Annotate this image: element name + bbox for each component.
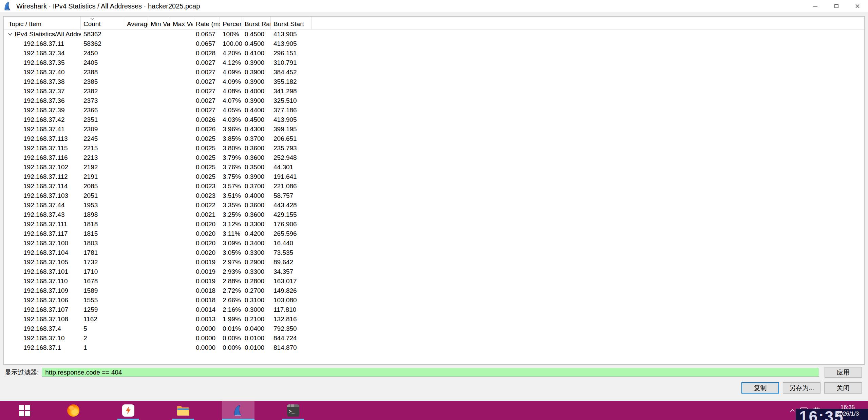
burst-rate-cell: 0.3600 bbox=[242, 211, 271, 218]
rate-cell: 0.0027 bbox=[193, 97, 220, 104]
count-cell: 1162 bbox=[81, 316, 124, 323]
close-dialog-button[interactable]: 关闭 bbox=[824, 382, 862, 394]
table-row[interactable]: IPv4 Statistics/All Addresses 58362 0.06… bbox=[4, 30, 864, 39]
column-header[interactable]: Burst Start bbox=[271, 17, 312, 29]
column-header[interactable]: Average bbox=[124, 17, 148, 29]
count-cell: 2215 bbox=[81, 145, 124, 152]
display-filter-label: 显示过滤器: bbox=[5, 368, 39, 377]
topic-cell: 192.168.37.106 bbox=[4, 297, 81, 304]
table-row[interactable]: 192.168.37.44 1953 0.0022 3.35% 0.3600 4… bbox=[4, 201, 864, 210]
table-row[interactable]: 192.168.37.41 2309 0.0026 3.96% 0.4300 3… bbox=[4, 125, 864, 134]
topic-cell: 192.168.37.44 bbox=[4, 202, 81, 209]
table-row[interactable]: 192.168.37.105 1732 0.0019 2.97% 0.2900 … bbox=[4, 257, 864, 267]
taskbar-orange-app-button[interactable] bbox=[112, 401, 145, 420]
rate-cell: 0.0026 bbox=[193, 116, 220, 123]
table-row[interactable]: 192.168.37.102 2192 0.0025 3.76% 0.3500 … bbox=[4, 163, 864, 172]
table-row[interactable]: 192.168.37.37 2382 0.0027 4.08% 0.4000 3… bbox=[4, 87, 864, 96]
table-row[interactable]: 192.168.37.115 2215 0.0025 3.80% 0.3600 … bbox=[4, 144, 864, 153]
table-row[interactable]: 192.168.37.40 2388 0.0027 4.09% 0.3900 3… bbox=[4, 68, 864, 77]
rate-cell: 0.0000 bbox=[193, 335, 220, 342]
apply-button[interactable]: 应用 bbox=[825, 367, 862, 378]
count-cell: 1555 bbox=[81, 297, 124, 304]
table-row[interactable]: 192.168.37.35 2405 0.0027 4.12% 0.3900 3… bbox=[4, 58, 864, 68]
rate-cell: 0.0657 bbox=[193, 31, 220, 38]
count-cell: 2309 bbox=[81, 126, 124, 133]
save-as-button[interactable]: 另存为... bbox=[783, 382, 820, 394]
taskbar-file-explorer-button[interactable] bbox=[167, 401, 200, 420]
copy-button[interactable]: 复制 bbox=[741, 382, 779, 394]
table-row[interactable]: 192.168.37.107 1259 0.0014 2.16% 0.3000 … bbox=[4, 305, 864, 314]
topic-cell: 192.168.37.34 bbox=[4, 50, 81, 57]
taskbar-clock[interactable]: 16:35 2026/1/3 bbox=[831, 401, 864, 420]
burst-start-cell: 814.870 bbox=[271, 344, 312, 351]
count-cell: 2450 bbox=[81, 50, 124, 57]
table-row[interactable]: 192.168.37.36 2373 0.0027 4.07% 0.3900 3… bbox=[4, 96, 864, 106]
count-cell: 2 bbox=[81, 335, 124, 342]
column-header[interactable]: Topic / Item bbox=[4, 17, 81, 29]
topic-cell: 192.168.37.4 bbox=[4, 325, 81, 332]
table-row[interactable]: 192.168.37.109 1589 0.0018 2.72% 0.2700 … bbox=[4, 286, 864, 295]
column-header[interactable]: Count bbox=[81, 17, 124, 29]
column-header[interactable]: Rate (ms) bbox=[193, 17, 220, 29]
taskbar-firefox-button[interactable] bbox=[57, 401, 90, 420]
table-row[interactable]: 192.168.37.114 2085 0.0023 3.57% 0.3700 … bbox=[4, 182, 864, 191]
table-row[interactable]: 192.168.37.34 2450 0.0028 4.20% 0.4100 2… bbox=[4, 49, 864, 58]
percent-cell: 3.25% bbox=[220, 211, 242, 218]
maximize-button[interactable] bbox=[826, 0, 847, 12]
table-row[interactable]: 192.168.37.106 1555 0.0018 2.66% 0.3100 … bbox=[4, 295, 864, 305]
table-row[interactable]: 192.168.37.1 1 0.0000 0.00% 0.0100 814.8… bbox=[4, 343, 864, 352]
table-row[interactable]: 192.168.37.4 5 0.0000 0.01% 0.0400 792.3… bbox=[4, 324, 864, 333]
firefox-icon bbox=[67, 404, 79, 417]
table-row[interactable]: 192.168.37.103 2051 0.0023 3.51% 0.4000 … bbox=[4, 191, 864, 201]
table-row[interactable]: 192.168.37.100 1803 0.0020 3.09% 0.3400 … bbox=[4, 238, 864, 248]
topic-cell: 192.168.37.35 bbox=[4, 59, 81, 66]
column-header[interactable]: Min Val bbox=[148, 17, 170, 29]
taskbar-terminal-button[interactable]: >_ bbox=[277, 401, 309, 420]
display-filter-input[interactable] bbox=[42, 368, 819, 377]
table-row[interactable]: 192.168.37.10 2 0.0000 0.00% 0.0100 844.… bbox=[4, 333, 864, 343]
table-row[interactable]: 192.168.37.104 1781 0.0020 3.05% 0.3300 … bbox=[4, 248, 864, 257]
rate-cell: 0.0025 bbox=[193, 145, 220, 152]
topic-label: 192.168.37.36 bbox=[23, 97, 65, 104]
column-header[interactable]: Burst Rate bbox=[242, 17, 271, 29]
burst-rate-cell: 0.3500 bbox=[242, 164, 271, 171]
table-row[interactable]: 192.168.37.38 2385 0.0027 4.09% 0.3900 3… bbox=[4, 77, 864, 87]
percent-cell: 0.01% bbox=[220, 325, 242, 332]
minimize-icon bbox=[813, 3, 818, 9]
table-row[interactable]: 192.168.37.39 2366 0.0027 4.05% 0.4400 3… bbox=[4, 106, 864, 115]
table-row[interactable]: 192.168.37.43 1898 0.0021 3.25% 0.3600 4… bbox=[4, 210, 864, 219]
table-row[interactable]: 192.168.37.111 1818 0.0020 3.12% 0.3300 … bbox=[4, 219, 864, 229]
close-icon bbox=[855, 3, 860, 9]
burst-start-cell: 44.301 bbox=[271, 164, 312, 171]
table-row[interactable]: 192.168.37.112 2191 0.0025 3.75% 0.3900 … bbox=[4, 172, 864, 182]
burst-rate-cell: 0.0100 bbox=[242, 344, 271, 351]
topic-label: 192.168.37.107 bbox=[23, 306, 68, 313]
taskbar-wireshark-button[interactable] bbox=[222, 401, 254, 420]
topic-label: 192.168.37.35 bbox=[23, 59, 65, 66]
rate-cell: 0.0027 bbox=[193, 69, 220, 76]
start-button[interactable] bbox=[8, 401, 41, 420]
table-row[interactable]: 192.168.37.113 2245 0.0025 3.85% 0.3700 … bbox=[4, 134, 864, 144]
percent-cell: 2.66% bbox=[220, 297, 242, 304]
table-row[interactable]: 192.168.37.42 2351 0.0026 4.03% 0.4500 4… bbox=[4, 115, 864, 125]
column-header[interactable]: Percent bbox=[220, 17, 242, 29]
topic-label: 192.168.37.101 bbox=[23, 268, 68, 275]
column-header[interactable]: Max Val bbox=[170, 17, 193, 29]
rate-cell: 0.0019 bbox=[193, 278, 220, 285]
topic-cell: 192.168.37.116 bbox=[4, 154, 81, 161]
burst-rate-cell: 0.3400 bbox=[242, 240, 271, 247]
burst-rate-cell: 0.2900 bbox=[242, 259, 271, 266]
expand-chevron-icon[interactable] bbox=[6, 32, 15, 37]
table-row[interactable]: 192.168.37.117 1815 0.0020 3.11% 0.4200 … bbox=[4, 229, 864, 238]
table-row[interactable]: 192.168.37.101 1710 0.0019 2.93% 0.3300 … bbox=[4, 267, 864, 276]
table-row[interactable]: 192.168.37.116 2213 0.0025 3.79% 0.3600 … bbox=[4, 153, 864, 163]
burst-rate-cell: 0.3700 bbox=[242, 135, 271, 142]
percent-cell: 4.09% bbox=[220, 69, 242, 76]
table-row[interactable]: 192.168.37.11 58362 0.0657 100.00% 0.450… bbox=[4, 39, 864, 49]
table-row[interactable]: 192.168.37.108 1162 0.0013 1.99% 0.2100 … bbox=[4, 314, 864, 324]
table-row[interactable]: 192.168.37.110 1678 0.0019 2.88% 0.2800 … bbox=[4, 276, 864, 286]
burst-rate-cell: 0.3900 bbox=[242, 78, 271, 85]
close-button[interactable] bbox=[847, 0, 868, 12]
count-cell: 1710 bbox=[81, 268, 124, 275]
minimize-button[interactable] bbox=[805, 0, 826, 12]
